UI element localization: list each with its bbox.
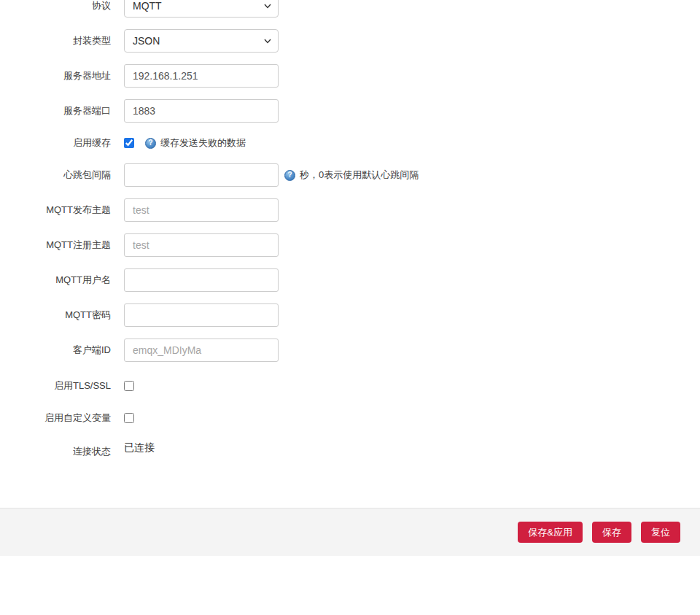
mqtt-username-label: MQTT用户名: [0, 274, 111, 286]
server-address-input[interactable]: [124, 64, 279, 88]
client-id-label: 客户端ID: [0, 344, 111, 356]
form-row-protocol: 协议 MQTT: [0, 0, 700, 18]
mqtt-password-label: MQTT密码: [0, 309, 111, 321]
register-topic-label: MQTT注册主题: [0, 239, 111, 251]
form-row-publish-topic: MQTT发布主题: [0, 198, 700, 222]
server-port-input[interactable]: [124, 99, 279, 123]
mqtt-username-input[interactable]: [124, 268, 279, 292]
enable-tls-label: 启用TLS/SSL: [0, 380, 111, 392]
protocol-select[interactable]: MQTT: [124, 0, 279, 18]
form-row-enable-tls: 启用TLS/SSL: [0, 380, 700, 392]
footer-action-bar: 保存&应用 保存 复位: [0, 508, 700, 556]
form-row-password: MQTT密码: [0, 303, 700, 327]
mqtt-password-input[interactable]: [124, 303, 279, 327]
heartbeat-interval-hint: 秒，0表示使用默认心跳间隔: [300, 169, 419, 182]
publish-topic-input[interactable]: [124, 198, 279, 222]
form-row-register-topic: MQTT注册主题: [0, 233, 700, 257]
help-icon: ?: [284, 170, 295, 181]
encapsulation-label: 封装类型: [0, 35, 111, 47]
form-row-connection-status: 连接状态 已连接: [0, 441, 700, 457]
connection-status-label: 连接状态: [0, 441, 111, 457]
protocol-label: 协议: [0, 0, 111, 12]
enable-cache-checkbox[interactable]: [124, 138, 134, 148]
server-port-label: 服务器端口: [0, 105, 111, 117]
publish-topic-label: MQTT发布主题: [0, 204, 111, 216]
form-row-username: MQTT用户名: [0, 268, 700, 292]
mqtt-settings-page: 协议 MQTT 封装类型 JSON: [0, 0, 700, 609]
enable-custom-vars-checkbox[interactable]: [124, 413, 134, 423]
save-button[interactable]: 保存: [592, 522, 631, 543]
form-row-client-id: 客户端ID: [0, 339, 700, 362]
client-id-input[interactable]: [124, 339, 279, 362]
save-apply-button[interactable]: 保存&应用: [518, 522, 583, 543]
connection-status-value: 已连接: [124, 441, 155, 455]
mqtt-settings-form: 协议 MQTT 封装类型 JSON: [0, 0, 700, 457]
enable-custom-vars-label: 启用自定义变量: [0, 412, 111, 424]
server-address-label: 服务器地址: [0, 70, 111, 82]
form-row-heartbeat-interval: 心跳包间隔 ? 秒，0表示使用默认心跳间隔: [0, 163, 700, 187]
enable-cache-label: 启用缓存: [0, 137, 111, 149]
enable-tls-checkbox[interactable]: [124, 381, 134, 391]
enable-cache-hint: 缓存发送失败的数据: [160, 136, 246, 150]
help-icon: ?: [145, 138, 156, 149]
heartbeat-interval-label: 心跳包间隔: [0, 169, 111, 181]
form-row-server-address: 服务器地址: [0, 64, 700, 88]
form-row-enable-custom-vars: 启用自定义变量: [0, 412, 700, 424]
form-row-server-port: 服务器端口: [0, 99, 700, 123]
form-row-enable-cache: 启用缓存 ? 缓存发送失败的数据: [0, 136, 700, 150]
reset-button[interactable]: 复位: [641, 522, 680, 543]
heartbeat-interval-input[interactable]: [124, 163, 279, 187]
form-row-encapsulation: 封装类型 JSON: [0, 29, 700, 53]
register-topic-input[interactable]: [124, 233, 279, 257]
encapsulation-select[interactable]: JSON: [124, 29, 279, 53]
